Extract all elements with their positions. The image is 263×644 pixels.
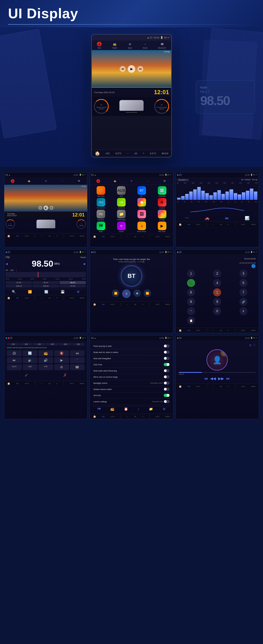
sw-btn-play[interactable]: ▶	[54, 357, 69, 363]
toggle-osd-time[interactable]	[164, 363, 170, 366]
sw-btn-power[interactable]: ⏻	[7, 350, 22, 356]
p1-back-label[interactable]: BACK	[80, 235, 84, 237]
sw-btn-radio[interactable]: 📻	[38, 350, 53, 356]
p3-plus-btn[interactable]: +	[228, 223, 229, 226]
toggle-auto-nav[interactable]	[164, 357, 170, 360]
playstore-app-item[interactable]: ▶Play Store	[152, 222, 172, 232]
p9-minus-btn[interactable]: −	[213, 385, 214, 388]
musicplayer-app-item[interactable]: ♫Music Player	[132, 222, 151, 232]
eq-bar-20[interactable]	[254, 192, 257, 200]
p5-minus-btn[interactable]: −	[127, 303, 128, 306]
toggle-mirror-view[interactable]	[164, 375, 170, 378]
p4-home-btn[interactable]: 🏠	[7, 297, 10, 299]
preset-2[interactable]: 90.10	[32, 281, 59, 284]
eq-bar-2[interactable]	[181, 196, 185, 200]
control-app-item[interactable]: ⚙Control	[152, 198, 172, 209]
eq-bar-4[interactable]	[189, 192, 193, 200]
keypad-3[interactable]: 3	[239, 270, 247, 278]
eq-bar-16[interactable]	[238, 194, 241, 200]
eq-app-item[interactable]: EQEqualizer	[91, 210, 111, 220]
bt-play-pause-btn[interactable]: ⏸	[122, 289, 131, 298]
p2-minus-btn[interactable]: −	[127, 235, 128, 238]
radio-loop-icon[interactable]: 🔄	[44, 290, 48, 294]
google-app-item[interactable]: GGoogle	[152, 210, 172, 220]
p2-nav-radio[interactable]: 📻	[113, 179, 117, 183]
eq-bar-1[interactable]	[177, 198, 181, 200]
settings-file-icon[interactable]: 📁	[149, 407, 153, 411]
music-rewind-btn[interactable]: ◀◀	[210, 376, 216, 381]
p1-nav-navi[interactable]: ▲	[11, 179, 14, 183]
chrome-app-item[interactable]: ⬤Chrome	[132, 198, 151, 209]
sw-btn-vol-down[interactable]: 🔉	[23, 357, 38, 363]
radio-signal-icon[interactable]: 📶	[28, 290, 32, 294]
hero-nav-apps[interactable]: ⊞ Apps	[127, 42, 132, 49]
app-store-item[interactable]: 🛒App Store	[91, 186, 111, 197]
bt-rewind-btn[interactable]: ⏪	[112, 289, 119, 297]
p1-plus-btn[interactable]: +	[56, 235, 58, 237]
eq-icon-stats[interactable]: 📊	[245, 216, 249, 220]
p2-nav-bt[interactable]: ☎	[163, 179, 167, 183]
keypad-9[interactable]: 9	[213, 298, 221, 306]
p2-nav-music[interactable]: ♪	[146, 179, 150, 183]
gallery-app-item[interactable]: 🖼Gallery	[132, 210, 151, 220]
toggle-backlight[interactable]	[164, 381, 170, 385]
radio-save-icon[interactable]: 💾	[61, 290, 65, 294]
p4-minus-btn[interactable]: −	[41, 297, 43, 299]
keypad-clipboard-btn[interactable]: 📋	[187, 317, 195, 325]
p7-back-label[interactable]: BACK	[80, 383, 84, 384]
p6-home-btn[interactable]: 🏠	[179, 329, 182, 332]
keypad-call-btn[interactable]: 📞	[187, 279, 195, 287]
hero-minus[interactable]: −	[127, 152, 129, 155]
toggle-gps-mix[interactable]	[164, 394, 170, 397]
keypad-star[interactable]: *	[187, 307, 195, 315]
sw-btn-vol-up[interactable]: 🔊	[38, 357, 53, 363]
eq-bar-8[interactable]	[205, 193, 209, 200]
keypad-6[interactable]: 6	[187, 288, 195, 296]
radio-seek-bar[interactable]	[6, 272, 86, 277]
p1-prev-btn[interactable]: ⏮	[38, 206, 42, 210]
p8-home-btn[interactable]: 🏠	[93, 415, 96, 418]
sw-btn-k[interactable]: K	[70, 357, 85, 363]
preset-4[interactable]: 106.10	[6, 285, 32, 288]
sw-btn-am[interactable]: AM	[23, 364, 38, 370]
maps-app-item[interactable]: 🗺Maps	[91, 222, 111, 232]
p8-plus-btn[interactable]: +	[142, 415, 143, 418]
calc-app-item[interactable]: 🔢Calculator	[152, 186, 172, 197]
eq-bar-17[interactable]	[242, 192, 245, 200]
p8-minus-btn[interactable]: −	[127, 415, 128, 418]
hero-next-btn[interactable]: ⏭	[137, 66, 143, 72]
keypad-2[interactable]: 2	[213, 270, 221, 278]
p5-home-btn[interactable]: 🏠	[93, 303, 96, 306]
sw-btn-prev-track[interactable]: ⏮	[70, 350, 85, 356]
bt-app-item[interactable]: BTBT	[132, 186, 151, 197]
music-forward-btn[interactable]: ▶▶	[218, 376, 224, 381]
music-menu-icon[interactable]: ≡	[249, 343, 251, 347]
hero-back-label[interactable]: BACK	[162, 152, 169, 155]
keypad-0[interactable]: 0	[213, 307, 221, 315]
p2-back-label[interactable]: BACK	[166, 236, 170, 237]
eq-bar-6[interactable]	[197, 187, 201, 200]
carbillink-app-item[interactable]: CBCarbilLink	[112, 198, 131, 209]
eq-icon-skip[interactable]: ⏭	[225, 216, 229, 220]
eq-bar-19[interactable]	[250, 189, 253, 200]
eq-bar-10[interactable]	[213, 192, 217, 200]
p1-minus-btn[interactable]: −	[41, 235, 43, 237]
preset-1[interactable]: 87.50	[6, 281, 32, 284]
preset-5[interactable]: 108.00	[32, 285, 59, 288]
p1-nav-radio[interactable]: 📻	[27, 179, 31, 183]
eq-default-btn[interactable]: Default	[245, 179, 251, 181]
aux-app-item[interactable]: AUXAUX	[112, 186, 131, 197]
p9-plus-btn[interactable]: +	[228, 385, 229, 388]
keypad-4[interactable]: 4	[213, 279, 221, 287]
keypad-8[interactable]: 8	[187, 298, 195, 306]
filemgr-app-item[interactable]: 📁FileManager	[112, 210, 131, 220]
toggle-lantern[interactable]	[164, 400, 170, 403]
settings-radio-icon[interactable]: 📻	[110, 407, 114, 411]
eq-bar-14[interactable]	[229, 189, 233, 200]
music-heart-icon[interactable]: ♡	[253, 343, 256, 347]
eq-bar-15[interactable]	[234, 193, 237, 200]
eq-bar-13[interactable]	[225, 192, 229, 200]
sw-btn-extra[interactable]: ☎	[70, 364, 85, 370]
eq-bar-3[interactable]	[185, 194, 189, 200]
p2-home-btn[interactable]: 🏠	[93, 235, 96, 238]
